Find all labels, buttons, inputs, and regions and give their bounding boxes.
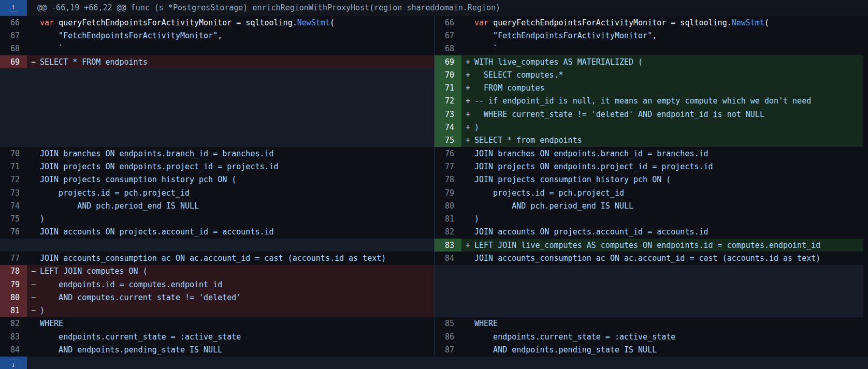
code-segment: ) bbox=[474, 214, 479, 224]
line-number[interactable]: 66 bbox=[435, 16, 461, 29]
code-segment: NewStmt bbox=[732, 18, 764, 27]
code-segment: var bbox=[40, 18, 59, 27]
code-text: endpoints.current_state = :active_state bbox=[474, 332, 675, 342]
line-number[interactable]: 74 bbox=[0, 199, 27, 212]
code-text: JOIN branches ON endpoints.branch_id = b… bbox=[40, 149, 274, 158]
code-text: var queryFetchEndpointsForActivityMonito… bbox=[40, 18, 335, 27]
diff-row: 82JOIN accounts ON projects.account_id =… bbox=[435, 226, 868, 239]
line-number[interactable]: 85 bbox=[435, 317, 461, 330]
code-text: WHERE current_state != 'deleted' AND end… bbox=[474, 110, 764, 119]
expand-down-button[interactable]: ┄┄┄┄ ↓ bbox=[0, 357, 27, 369]
diff-marker: + bbox=[461, 96, 474, 106]
line-number[interactable]: 67 bbox=[0, 29, 27, 42]
line-number[interactable]: 77 bbox=[435, 160, 461, 173]
code-text: SELECT * from endpoints bbox=[474, 136, 582, 145]
code-text: ) bbox=[474, 123, 479, 132]
line-number[interactable]: 78 bbox=[435, 173, 461, 186]
line-number[interactable]: 73 bbox=[435, 108, 461, 121]
line-number[interactable]: 77 bbox=[0, 252, 27, 264]
code-text: projects.id = pch.project_id bbox=[474, 188, 624, 198]
line-number[interactable]: 81 bbox=[0, 304, 27, 317]
line-number[interactable]: 79 bbox=[0, 278, 27, 291]
line-number[interactable]: 68 bbox=[435, 42, 461, 55]
code-text: ) bbox=[474, 214, 479, 224]
hunk-header-bar: ↑ ┄┄┄┄ @@ -66,19 +66,22 @@ func (s *Post… bbox=[0, 0, 868, 16]
code-segment: AND endpoints.pending_state IS NULL bbox=[40, 345, 222, 355]
diff-row: 70JOIN branches ON endpoints.branch_id =… bbox=[0, 147, 434, 160]
code-text: AND pch.period_end IS NULL bbox=[40, 201, 199, 211]
diff-row: 72+-- if endpoint_id is null, it means a… bbox=[435, 95, 868, 108]
diff-row bbox=[435, 304, 868, 317]
line-number[interactable]: 81 bbox=[435, 212, 461, 225]
diff-marker: − bbox=[27, 57, 40, 67]
code-text: JOIN branches ON endpoints.branch_id = b… bbox=[474, 149, 708, 158]
code-text: AND endpoints.pending_state IS NULL bbox=[40, 345, 222, 355]
code-text: JOIN accounts ON projects.account_id = a… bbox=[40, 227, 274, 237]
line-number[interactable]: 74 bbox=[435, 121, 461, 134]
hunk-header-text: @@ -66,19 +66,22 @@ func (s *PostgresSto… bbox=[27, 0, 500, 16]
line-number[interactable]: 80 bbox=[0, 291, 27, 304]
line-number[interactable]: 71 bbox=[0, 160, 27, 173]
diff-row bbox=[0, 68, 434, 81]
line-number[interactable]: 78 bbox=[0, 265, 27, 278]
line-number[interactable]: 68 bbox=[0, 42, 27, 55]
line-number[interactable]: 71 bbox=[435, 81, 461, 94]
line-number[interactable]: 67 bbox=[435, 29, 461, 42]
line-number[interactable]: 83 bbox=[435, 239, 461, 252]
line-number[interactable]: 69 bbox=[0, 55, 27, 68]
line-number[interactable]: 72 bbox=[435, 95, 461, 108]
code-segment: SELECT * from endpoints bbox=[474, 136, 582, 145]
code-text: "FetchEndpointsForActivityMonitor", bbox=[474, 31, 657, 40]
line-number bbox=[0, 68, 27, 81]
code-text: WHERE bbox=[474, 319, 498, 328]
code-segment: ( bbox=[330, 18, 335, 27]
diff-row bbox=[435, 291, 868, 304]
diff-row: 80− AND computes.current_state != 'delet… bbox=[0, 291, 434, 304]
code-segment: AND computes.current_state != 'deleted' bbox=[40, 293, 241, 302]
line-number[interactable]: 76 bbox=[0, 226, 27, 239]
code-segment: ) bbox=[40, 214, 45, 224]
code-text: JOIN accounts_consumption ac ON ac.accou… bbox=[40, 254, 386, 263]
line-number[interactable]: 83 bbox=[0, 330, 27, 343]
line-number[interactable]: 87 bbox=[435, 343, 461, 356]
code-segment: "FetchEndpointsForActivityMonitor" bbox=[474, 31, 652, 40]
line-number[interactable]: 82 bbox=[0, 317, 27, 330]
diff-marker: − bbox=[27, 267, 40, 276]
line-number[interactable]: 70 bbox=[0, 147, 27, 160]
line-number[interactable]: 86 bbox=[435, 330, 461, 343]
code-segment: endpoints.id = computes.endpoint_id bbox=[40, 280, 222, 289]
line-number[interactable]: 79 bbox=[435, 186, 461, 199]
code-segment: , bbox=[218, 31, 222, 40]
line-number[interactable]: 80 bbox=[435, 199, 461, 212]
diff-row: 69−SELECT * FROM endpoints bbox=[0, 55, 434, 68]
line-number[interactable]: 75 bbox=[0, 212, 27, 225]
expand-up-button[interactable]: ↑ ┄┄┄┄ bbox=[0, 0, 27, 16]
diff-row: 78JOIN projects_consumption_history pch … bbox=[435, 173, 868, 186]
line-number[interactable]: 66 bbox=[0, 16, 27, 29]
code-segment: JOIN accounts ON projects.account_id = a… bbox=[40, 227, 274, 237]
diff-row: 83 endpoints.current_state = :active_sta… bbox=[0, 330, 434, 343]
diff-row bbox=[0, 134, 434, 147]
diff-row: 87 AND endpoints.pending_state IS NULL bbox=[435, 343, 868, 356]
code-segment: LEFT JOIN computes ON ( bbox=[40, 267, 148, 276]
scrollbar-track[interactable] bbox=[863, 16, 868, 357]
code-text: JOIN projects_consumption_history pch ON… bbox=[40, 175, 236, 184]
line-number[interactable]: 73 bbox=[0, 186, 27, 199]
line-number[interactable]: 75 bbox=[435, 134, 461, 147]
code-segment: var bbox=[474, 18, 493, 27]
line-number[interactable]: 84 bbox=[435, 252, 461, 264]
diff-row: 79− endpoints.id = computes.endpoint_id bbox=[0, 278, 434, 291]
code-text: JOIN accounts ON projects.account_id = a… bbox=[474, 227, 708, 237]
line-number[interactable]: 70 bbox=[435, 68, 461, 81]
code-text: JOIN projects ON endpoints.project_id = … bbox=[40, 162, 279, 171]
line-number[interactable]: 76 bbox=[435, 147, 461, 160]
code-text: JOIN projects_consumption_history pch ON… bbox=[474, 175, 671, 184]
line-number[interactable]: 69 bbox=[435, 55, 461, 68]
code-segment: JOIN projects ON endpoints.project_id = … bbox=[474, 162, 713, 171]
code-text: endpoints.id = computes.endpoint_id bbox=[40, 280, 222, 289]
line-number[interactable]: 84 bbox=[0, 343, 27, 356]
line-number[interactable]: 82 bbox=[435, 226, 461, 239]
pane-old: 66var queryFetchEndpointsForActivityMoni… bbox=[0, 16, 434, 357]
code-text: ` bbox=[474, 44, 498, 53]
line-number[interactable]: 72 bbox=[0, 173, 27, 186]
